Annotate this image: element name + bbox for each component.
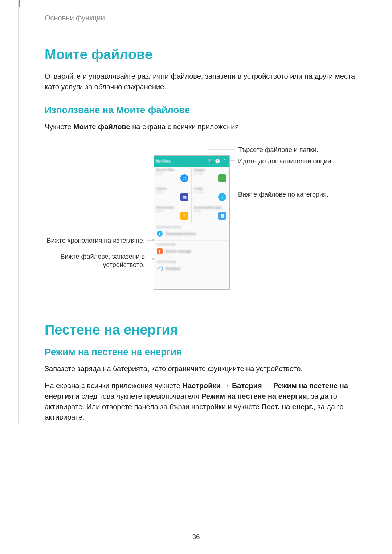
my-files-diagram: Търсете файлове и папки. Идете до допълн… <box>45 144 366 300</box>
clock-icon[interactable]: 🕘 <box>215 159 220 164</box>
device-icon: ▮ <box>157 248 163 254</box>
heading-power-saving: Пестене на енергия <box>45 322 366 338</box>
phone-title: My Files <box>156 159 205 163</box>
videos-icon: ▦ <box>180 193 188 201</box>
search-icon[interactable]: 🔍 <box>208 159 213 164</box>
category-grid: Recent files 0.0 B ◎ Images 0.1 MB ▢ Vid… <box>154 167 229 223</box>
row-text: Download history <box>166 232 196 236</box>
cat-videos[interactable]: Videos 0.0 B ▦ <box>154 185 192 204</box>
cat-label: Audio <box>194 187 227 190</box>
cat-audio[interactable]: Audio 1.0 MB ♪ <box>192 185 229 204</box>
row-text: Dropbox <box>166 267 180 271</box>
heading-using-my-files: Използване на Моите файлове <box>45 104 366 116</box>
cat-images[interactable]: Images 0.1 MB ▢ <box>192 167 229 185</box>
cat-downloaded-apps[interactable]: Downloaded apps 0.0 B ▦ <box>192 204 229 223</box>
bold-power-mode-2: Режим на пестене на енергия <box>201 392 307 400</box>
images-icon: ▢ <box>218 174 226 182</box>
bold-settings: Настройки <box>182 382 221 390</box>
page-number: 36 <box>0 533 392 541</box>
power-p1: Запазете заряда на батерията, като огран… <box>45 364 366 374</box>
callout-options: Идете до допълнителни опции. <box>238 157 333 165</box>
power-p2: На екрана с всички приложения чукнете На… <box>45 381 366 423</box>
my-files-tap-instruction: Чукнете Моите файлове на екрана с всички… <box>45 122 366 132</box>
heading-power-mode: Режим на пестене на енергия <box>45 346 366 358</box>
documents-icon: 🗎 <box>180 212 188 220</box>
recent-icon: ◎ <box>180 174 188 182</box>
phone-titlebar: My Files 🔍 🕘 ⋮ <box>154 156 229 167</box>
download-icon: ⬇ <box>157 231 163 237</box>
t: и след това чукнете превключвателя <box>73 392 201 400</box>
bold-power-short: Пест. на енерг. <box>262 403 314 411</box>
dropbox-icon: ⬡ <box>157 266 163 271</box>
heading-my-files: Моите файлове <box>45 47 366 62</box>
page-content: Основни функции Моите файлове Отваряйте … <box>18 0 392 423</box>
text-tap-prefix: Чукнете <box>45 123 73 131</box>
cat-label: Recent files <box>156 168 189 172</box>
text-tap-bold: Моите файлове <box>73 123 130 131</box>
cat-recent[interactable]: Recent files 0.0 B ◎ <box>154 167 192 185</box>
row-download-history[interactable]: ⬇ Download history <box>154 229 229 241</box>
more-icon[interactable]: ⋮ <box>222 159 227 164</box>
t: На екрана с всички приложения чукнете <box>45 382 182 390</box>
row-text: Device storage <box>166 249 191 253</box>
callout-category: Вижте файлове по категория. <box>238 190 328 199</box>
cat-label: Downloaded apps <box>194 206 227 209</box>
section-cloud-head: Cloud storage <box>154 258 229 264</box>
cat-label: Images <box>194 168 227 172</box>
bold-battery: Батерия <box>232 382 262 390</box>
audio-icon: ♪ <box>218 193 226 201</box>
breadcrumb: Основни функции <box>45 14 366 22</box>
section-download-head: Download history <box>154 223 229 229</box>
section-local-head: Local storage <box>154 241 229 247</box>
arrow-icon: → <box>262 382 273 390</box>
arrow-icon: → <box>221 382 232 390</box>
cat-label: Documents <box>156 206 189 209</box>
row-device-storage[interactable]: ▮ Device storage <box>154 247 229 258</box>
text-tap-suffix: на екрана с всички приложения. <box>130 123 241 131</box>
cat-label: Videos <box>156 187 189 190</box>
callout-device: Вижте файлове, запазени в устройството. <box>45 253 145 270</box>
row-dropbox[interactable]: ⬡ Dropbox <box>154 264 229 275</box>
cat-documents[interactable]: Documents 0.0 B 🗎 <box>154 204 192 223</box>
phone-mock: My Files 🔍 🕘 ⋮ Recent files 0.0 B ◎ Imag… <box>154 155 230 290</box>
apps-icon: ▦ <box>218 212 226 220</box>
my-files-intro: Отваряйте и управлявайте различни файлов… <box>45 71 366 92</box>
callout-search: Търсете файлове и папки. <box>238 146 318 154</box>
callout-download: Вижте хронология на изтегляне. <box>45 237 145 245</box>
